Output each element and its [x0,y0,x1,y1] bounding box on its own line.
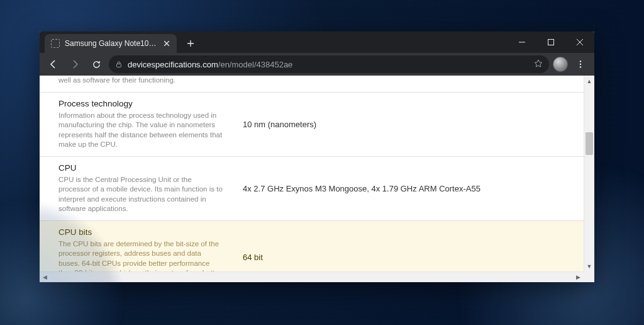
scroll-down-icon[interactable]: ▼ [584,261,594,271]
spec-row: CPU CPU is the Central Processing Unit o… [40,157,584,221]
scroll-right-icon[interactable]: ▶ [573,272,584,282]
vertical-scrollbar[interactable]: ▲ ▼ [584,76,594,271]
svg-point-3 [580,64,581,65]
browser-menu-button[interactable] [572,55,589,73]
spec-label-cell: well as software for their functioning. [40,76,231,86]
url-text: devicespecifications.com/en/model/438452… [128,60,292,69]
spec-label-cell: CPU bits The CPU bits are determined by … [40,227,231,271]
spec-value-cell: 64 bit [231,227,584,271]
maximize-button[interactable] [536,31,565,53]
browser-window: Samsung Galaxy Note10 Lite - Sp [40,31,594,282]
scroll-up-icon[interactable]: ▲ [584,76,594,86]
spec-label-cell: CPU CPU is the Central Processing Unit o… [40,163,231,214]
spec-title: Process technology [58,99,223,108]
profile-avatar[interactable] [553,57,568,72]
scroll-left-icon[interactable]: ◀ [40,272,50,282]
page-viewport: well as software for their functioning. … [40,76,594,282]
spec-value-cell: 4x 2.7 GHz Exynos M3 Mongoose, 4x 1.79 G… [231,163,584,214]
browser-tab[interactable]: Samsung Galaxy Note10 Lite - Sp [45,34,177,53]
tab-favicon [51,39,60,48]
spec-description: well as software for their functioning. [58,76,223,86]
window-controls [508,31,594,53]
scroll-corner [584,271,594,282]
svg-rect-0 [548,40,554,45]
desktop-background: Samsung Galaxy Note10 Lite - Sp [0,0,644,325]
svg-point-4 [580,66,581,67]
spec-row: Process technology Information about the… [40,93,584,157]
back-button[interactable] [45,55,62,73]
page-content[interactable]: well as software for their functioning. … [40,76,584,271]
new-tab-button[interactable] [182,35,199,52]
scrollbar-thumb[interactable] [586,132,593,155]
spec-value-cell [231,76,584,86]
spec-description: CPU is the Central Processing Unit or th… [58,175,223,214]
spec-row-highlighted: CPU bits The CPU bits are determined by … [40,221,584,271]
lock-icon [115,60,123,68]
close-tab-icon[interactable] [164,39,170,48]
forward-button[interactable] [66,55,84,73]
spec-description: The CPU bits are determined by the bit-s… [58,239,223,271]
spec-label-cell: Process technology Information about the… [40,99,231,150]
spec-row: well as software for their functioning. [40,76,584,93]
reload-button[interactable] [87,55,105,73]
spec-description: Information about the process technology… [58,111,223,150]
spec-title: CPU bits [58,227,223,237]
close-window-button[interactable] [565,31,594,53]
address-bar[interactable]: devicespecifications.com/en/model/438452… [109,55,549,73]
spec-title: CPU [58,163,223,173]
minimize-button[interactable] [508,31,536,53]
url-path: /en/model/438452ae [218,60,293,69]
url-host: devicespecifications.com [128,60,218,69]
horizontal-scrollbar[interactable]: ◀ ▶ [40,271,584,282]
tab-strip: Samsung Galaxy Note10 Lite - Sp [40,31,594,53]
spec-value-cell: 10 nm (nanometers) [231,99,584,150]
tab-title: Samsung Galaxy Note10 Lite - Sp [65,39,158,48]
svg-rect-1 [117,64,121,67]
browser-toolbar: devicespecifications.com/en/model/438452… [40,53,594,76]
svg-point-2 [580,60,581,62]
bookmark-star-icon[interactable] [534,59,543,70]
